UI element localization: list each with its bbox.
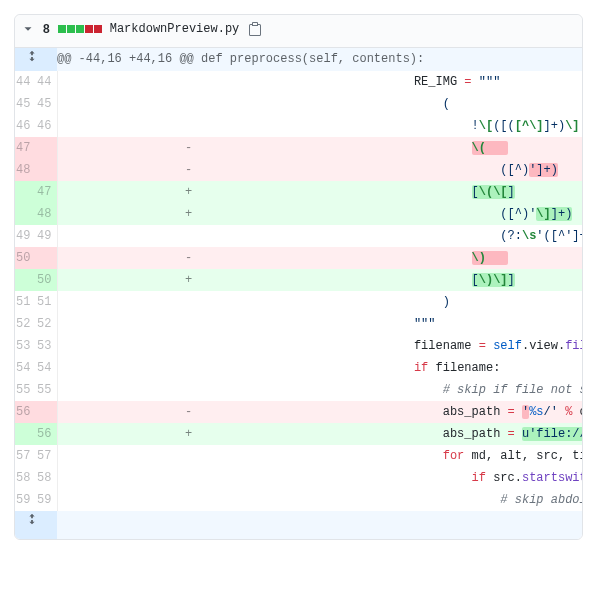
new-line-number[interactable]: 59 — [36, 489, 57, 511]
code-cell: if filename: — [320, 357, 583, 379]
code-cell: (?:\s'([^']+)')? # optional title — [320, 225, 583, 247]
diff-row: 5454 if filename: — [15, 357, 582, 379]
diffstat — [58, 25, 102, 33]
diff-marker — [57, 225, 320, 247]
new-line-number[interactable]: 47 — [36, 181, 57, 203]
code-cell: # skip if file not saved — [320, 379, 583, 401]
diff-marker: + — [57, 203, 320, 225]
old-line-number[interactable]: 53 — [15, 335, 36, 357]
hunk-header: @@ -44,16 +44,16 @@ def preprocess(self,… — [15, 48, 582, 71]
diff-marker: - — [57, 247, 320, 269]
old-line-number[interactable]: 52 — [15, 313, 36, 335]
hunk-text: @@ -44,16 +44,16 @@ def preprocess(self,… — [57, 48, 582, 71]
diff-marker — [57, 291, 320, 313]
new-line-number[interactable]: 53 — [36, 335, 57, 357]
new-line-number[interactable]: 54 — [36, 357, 57, 379]
diff-row: 4444 RE_IMG = """ — [15, 71, 582, 93]
code-cell: # skip abdolute paths — [320, 489, 583, 511]
diff-marker — [57, 335, 320, 357]
old-line-number[interactable]: 51 — [15, 291, 36, 313]
diff-marker — [57, 379, 320, 401]
new-line-number[interactable]: 46 — [36, 115, 57, 137]
chevron-down-icon[interactable] — [21, 22, 35, 36]
new-line-number[interactable]: 55 — [36, 379, 57, 401]
old-line-number[interactable]: 56 — [15, 401, 36, 423]
diffstat-square — [94, 25, 102, 33]
old-line-number[interactable] — [15, 181, 36, 203]
diff-marker — [57, 93, 320, 115]
file-header: 8 MarkdownPreview.py — [15, 15, 582, 48]
diff-row: 56- abs_path = '%s/' % os.path.dirname(f… — [15, 401, 582, 423]
diff-marker — [57, 71, 320, 93]
diff-row: 4949 (?:\s'([^']+)')? # optional title — [15, 225, 582, 247]
code-cell: RE_IMG = """ — [320, 71, 583, 93]
old-line-number[interactable]: 54 — [15, 357, 36, 379]
old-line-number[interactable] — [15, 203, 36, 225]
old-line-number[interactable]: 49 — [15, 225, 36, 247]
code-cell: [\(\[] # source start — [320, 181, 583, 203]
diff-row: 48- ([^)']+) # image path — [15, 159, 582, 181]
old-line-number[interactable]: 44 — [15, 71, 36, 93]
diff-marker — [57, 115, 320, 137]
old-line-number[interactable]: 50 — [15, 247, 36, 269]
old-line-number[interactable]: 48 — [15, 159, 36, 181]
old-line-number[interactable]: 55 — [15, 379, 36, 401]
new-line-number[interactable]: 49 — [36, 225, 57, 247]
new-line-number[interactable] — [36, 159, 57, 181]
diff-marker — [57, 467, 320, 489]
diff-row: 48+ ([^)'\]]+) # image path — [15, 203, 582, 225]
code-cell: \( # source start — [320, 137, 583, 159]
diff-marker — [57, 445, 320, 467]
new-line-number[interactable]: 57 — [36, 445, 57, 467]
old-line-number[interactable]: 46 — [15, 115, 36, 137]
code-cell: filename = self.view.file_name() — [320, 335, 583, 357]
diff-marker — [57, 489, 320, 511]
expand-row — [15, 511, 582, 539]
new-line-number[interactable]: 44 — [36, 71, 57, 93]
new-line-number[interactable]: 56 — [36, 423, 57, 445]
new-line-number[interactable]: 51 — [36, 291, 57, 313]
new-line-number[interactable]: 48 — [36, 203, 57, 225]
old-line-number[interactable]: 45 — [15, 93, 36, 115]
new-line-number[interactable]: 45 — [36, 93, 57, 115]
diffstat-square — [85, 25, 93, 33]
new-line-number[interactable]: 52 — [36, 313, 57, 335]
code-cell: ) — [320, 291, 583, 313]
diff-marker — [57, 357, 320, 379]
diff-marker: + — [57, 181, 320, 203]
old-line-number[interactable] — [15, 423, 36, 445]
code-cell: abs_path = u'file://%s/' % os.path.dirna… — [320, 423, 583, 445]
diff-file: 8 MarkdownPreview.py @@ -44,16 +44,16 @@… — [14, 14, 583, 540]
diff-table: @@ -44,16 +44,16 @@ def preprocess(self,… — [15, 48, 582, 539]
diff-row: 4646 !\[([([^\]]+)\] # alternative text — [15, 115, 582, 137]
new-line-number[interactable] — [36, 247, 57, 269]
expand-icon[interactable] — [15, 48, 57, 71]
code-cell: if src.startswith(('http', '/')): — [320, 467, 583, 489]
filename[interactable]: MarkdownPreview.py — [110, 22, 240, 36]
diff-row: 47- \( # source start — [15, 137, 582, 159]
new-line-number[interactable]: 58 — [36, 467, 57, 489]
code-cell: !\[([([^\]]+)\] # alternative text — [320, 115, 583, 137]
new-line-number[interactable] — [36, 137, 57, 159]
new-line-number[interactable] — [36, 401, 57, 423]
code-cell: for md, alt, src, title in re.findall(RE… — [320, 445, 583, 467]
diff-row: 5353 filename = self.view.file_name() — [15, 335, 582, 357]
diff-row: 5959 # skip abdolute paths — [15, 489, 582, 511]
diffstat-square — [58, 25, 66, 33]
diff-row: 50- \) # source end — [15, 247, 582, 269]
new-line-number[interactable]: 50 — [36, 269, 57, 291]
old-line-number[interactable]: 58 — [15, 467, 36, 489]
diff-marker: - — [57, 159, 320, 181]
old-line-number[interactable]: 47 — [15, 137, 36, 159]
diff-row: 5757 for md, alt, src, title in re.finda… — [15, 445, 582, 467]
diff-row: 5151 ) — [15, 291, 582, 313]
code-cell: \) # source end — [320, 247, 583, 269]
old-line-number[interactable]: 57 — [15, 445, 36, 467]
change-count: 8 — [43, 22, 50, 36]
old-line-number[interactable] — [15, 269, 36, 291]
old-line-number[interactable]: 59 — [15, 489, 36, 511]
expand-down-icon[interactable] — [15, 511, 57, 539]
clipboard-icon[interactable] — [247, 21, 263, 37]
diffstat-square — [67, 25, 75, 33]
diff-row: 4545 ( — [15, 93, 582, 115]
